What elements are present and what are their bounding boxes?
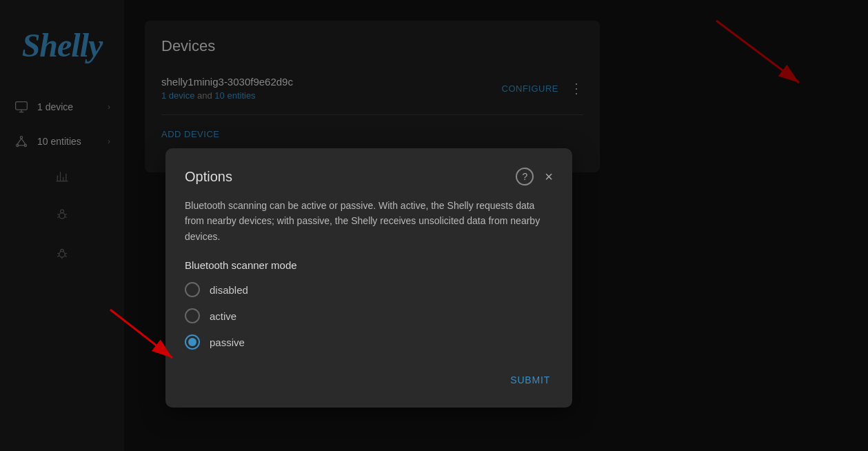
radio-disabled-label: disabled <box>210 284 248 296</box>
radio-passive-outer <box>185 334 200 350</box>
options-modal: Options ? × Bluetooth scanning can be ac… <box>165 148 572 408</box>
radio-item-passive[interactable]: passive <box>185 334 553 350</box>
modal-header: Options ? × <box>185 168 553 186</box>
radio-passive-label: passive <box>210 337 245 348</box>
radio-active-outer <box>185 308 200 323</box>
modal-description: Bluetooth scanning can be active or pass… <box>185 198 553 244</box>
radio-item-disabled[interactable]: disabled <box>185 282 553 297</box>
svg-line-28 <box>110 310 172 358</box>
submit-button[interactable]: SUBMIT <box>507 369 553 391</box>
radio-active-label: active <box>210 310 236 322</box>
modal-header-icons: ? × <box>516 168 553 186</box>
radio-passive-inner <box>188 338 196 346</box>
modal-help-button[interactable]: ? <box>516 168 534 186</box>
bluetooth-scanner-mode-label: Bluetooth scanner mode <box>185 259 553 271</box>
modal-footer: SUBMIT <box>185 369 553 391</box>
radio-group: disabled active passive <box>185 282 553 350</box>
modal-close-button[interactable]: × <box>545 169 553 185</box>
radio-item-active[interactable]: active <box>185 308 553 323</box>
radio-disabled-outer <box>185 282 200 297</box>
arrow-bottom-left <box>103 303 186 372</box>
modal-title: Options <box>185 169 232 185</box>
